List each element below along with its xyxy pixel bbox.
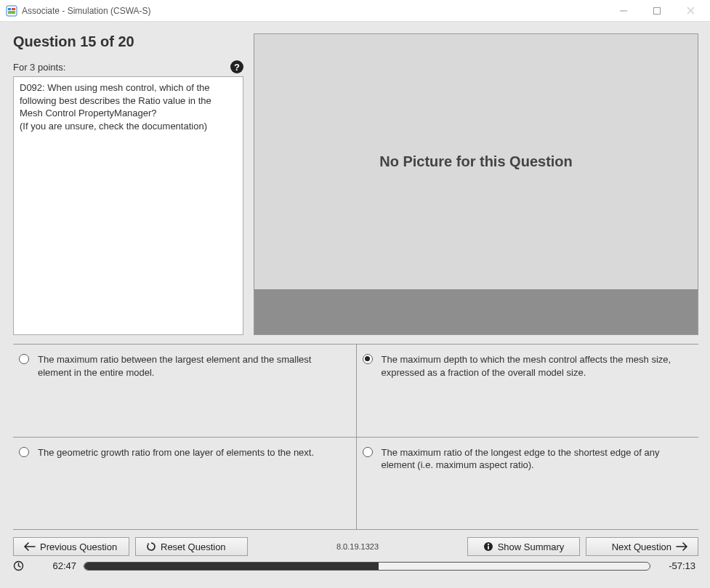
time-elapsed: 62:47: [31, 560, 76, 571]
radio-d[interactable]: [363, 447, 373, 457]
picture-area: No Picture for this Question: [254, 33, 698, 335]
svg-rect-3: [8, 11, 15, 14]
question-text-line1: D092: When using mesh control, which of …: [20, 81, 237, 120]
previous-label: Previous Question: [40, 541, 117, 552]
answer-option-d[interactable]: The maximum ratio of the longest edge to…: [356, 438, 699, 531]
svg-rect-2: [12, 8, 15, 10]
next-label: Next Question: [612, 541, 671, 552]
answer-option-b[interactable]: The maximum depth to which the mesh cont…: [356, 345, 699, 438]
answer-text-a: The maximum ratio between the largest el…: [38, 353, 346, 379]
info-icon: [483, 541, 493, 552]
app-icon: [6, 5, 17, 17]
version-label: 8.0.19.1323: [254, 542, 461, 551]
arrow-left-icon: [24, 542, 36, 551]
window-title: Associate - Simulation (CSWA-S): [22, 6, 607, 16]
answer-grid: The maximum ratio between the largest el…: [13, 344, 698, 530]
previous-question-button[interactable]: Previous Question: [13, 537, 129, 556]
points-row: For 3 points: ?: [13, 60, 243, 73]
picture-caption-bar: [254, 289, 698, 334]
reset-question-button[interactable]: Reset Question: [135, 537, 248, 556]
svg-point-9: [487, 544, 488, 545]
svg-rect-10: [488, 546, 489, 549]
radio-a[interactable]: [19, 354, 29, 364]
window-buttons: [607, 0, 707, 22]
summary-label: Show Summary: [498, 541, 565, 552]
svg-rect-1: [8, 8, 11, 10]
content: Question 15 of 20 For 3 points: ? D092: …: [0, 22, 710, 588]
question-body: D092: When using mesh control, which of …: [13, 76, 243, 335]
minimize-button[interactable]: [607, 0, 640, 22]
progress-fill: [84, 563, 379, 570]
close-button[interactable]: [674, 0, 707, 22]
progress-bar: [84, 562, 650, 571]
next-question-button[interactable]: Next Question: [586, 537, 698, 556]
radio-b[interactable]: [363, 354, 373, 364]
reset-icon: [146, 541, 156, 552]
timer-row: 62:47 -57:13: [13, 556, 698, 571]
help-icon[interactable]: ?: [230, 60, 243, 73]
top-row: Question 15 of 20 For 3 points: ? D092: …: [13, 33, 698, 335]
question-title: Question 15 of 20: [13, 33, 243, 50]
question-panel: Question 15 of 20 For 3 points: ? D092: …: [13, 33, 243, 335]
arrow-right-icon: [676, 542, 687, 551]
titlebar: Associate - Simulation (CSWA-S): [0, 0, 710, 22]
radio-c[interactable]: [19, 447, 29, 457]
maximize-button[interactable]: [640, 0, 674, 22]
answer-option-a[interactable]: The maximum ratio between the largest el…: [13, 345, 356, 438]
answer-text-d: The maximum ratio of the longest edge to…: [382, 446, 689, 472]
answer-text-b: The maximum depth to which the mesh cont…: [382, 353, 689, 379]
clock-icon: [13, 560, 24, 571]
points-label: For 3 points:: [13, 62, 65, 73]
answer-option-c[interactable]: The geometric growth ratio from one laye…: [13, 438, 356, 531]
reset-label: Reset Question: [161, 541, 226, 552]
show-summary-button[interactable]: Show Summary: [467, 537, 580, 556]
button-row: Previous Question Reset Question 8.0.19.…: [13, 530, 698, 556]
svg-rect-5: [654, 7, 661, 14]
question-text-line2: (If you are unsure, check the documentat…: [20, 120, 237, 133]
answer-text-c: The geometric growth ratio from one laye…: [38, 446, 314, 459]
picture-placeholder: No Picture for this Question: [254, 34, 698, 289]
time-remaining: -57:13: [658, 560, 695, 571]
